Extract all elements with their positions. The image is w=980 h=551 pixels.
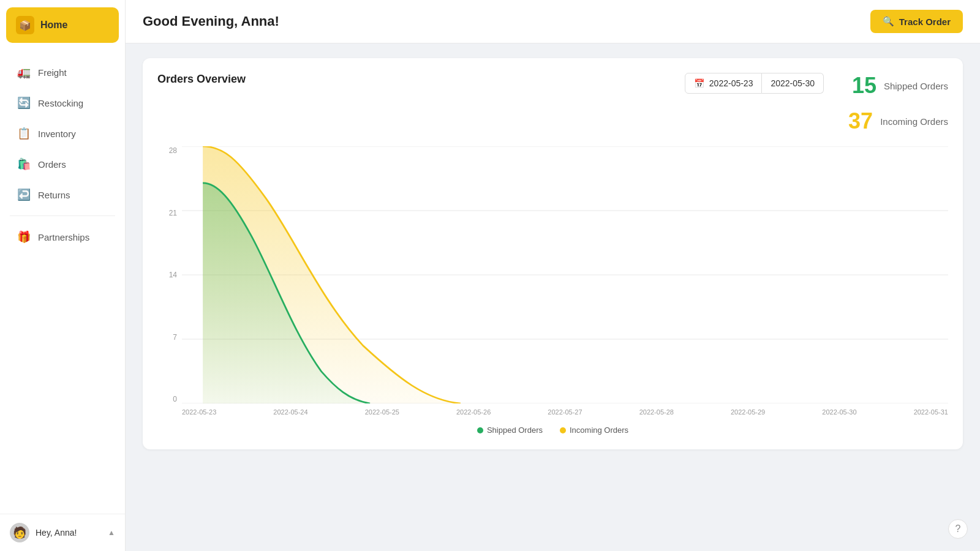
shipped-count: 15 [852,73,876,99]
orders-overview-card: Orders Overview 📅 2022-05-23 2022-05-30 … [143,58,963,449]
date-from: 2022-05-23 [709,78,753,88]
shipped-stat-row: 15 Shipped Orders [852,73,948,99]
content-area: Orders Overview 📅 2022-05-23 2022-05-30 … [126,43,980,551]
incoming-label: Incoming Orders [880,116,948,127]
user-profile[interactable]: 🧑 Hey, Anna! ▲ [0,514,125,551]
y-label-28: 28 [169,146,177,155]
main-nav: 🚛 Freight 🔄 Restocking 📋 Inventory 🛍️ Or… [0,50,125,514]
y-axis: 28 21 14 7 0 [157,146,182,403]
x-label-1: 2022-05-24 [273,408,307,416]
x-label-3: 2022-05-26 [456,408,491,416]
topbar: Good Evening, Anna! 🔍 Track Order [126,0,980,43]
inventory-label: Inventory [38,129,76,139]
sidebar-item-inventory[interactable]: 📋 Inventory [5,119,120,148]
chart-legend: Shipped Orders Incoming Orders [157,425,948,435]
chart-svg [182,146,948,403]
shipped-label: Shipped Orders [884,81,948,91]
x-axis: 2022-05-23 2022-05-24 2022-05-25 2022-05… [157,408,948,416]
sidebar-item-partnerships[interactable]: 🎁 Partnerships [5,222,120,252]
chart-area: 28 21 14 7 0 [157,146,948,403]
y-label-7: 7 [173,333,177,342]
freight-icon: 🚛 [17,66,31,79]
x-label-2: 2022-05-25 [365,408,399,416]
freight-label: Freight [38,67,67,78]
x-label-7: 2022-05-30 [822,408,856,416]
date-to[interactable]: 2022-05-30 [762,73,824,94]
sidebar-item-restocking[interactable]: 🔄 Restocking [5,88,120,118]
date-range-controls: 📅 2022-05-23 2022-05-30 [685,73,824,94]
x-label-4: 2022-05-27 [548,408,582,416]
track-order-label: Track Order [899,17,951,27]
main-content: Good Evening, Anna! 🔍 Track Order Orders… [126,0,980,551]
x-label-6: 2022-05-29 [731,408,765,416]
y-label-14: 14 [169,271,177,279]
home-nav-item[interactable]: 📦 Home [6,7,119,43]
shipped-legend-label: Shipped Orders [487,425,543,435]
chevron-up-icon: ▲ [108,528,115,537]
legend-incoming: Incoming Orders [560,425,628,435]
orders-icon: 🛍️ [17,157,31,171]
user-name: Hey, Anna! [36,528,102,538]
calendar-icon: 📅 [694,78,704,88]
incoming-count: 37 [848,108,873,134]
home-label: Home [40,20,67,31]
chart-stats: 15 Shipped Orders 37 Incoming Orders [848,73,948,134]
help-button[interactable]: ? [948,519,968,539]
sidebar-item-returns[interactable]: ↩️ Returns [5,180,120,209]
sidebar-item-orders[interactable]: 🛍️ Orders [5,149,120,179]
chart-body: 28 21 14 7 0 [157,146,948,435]
y-label-0: 0 [173,395,177,403]
orders-label: Orders [38,159,66,170]
chart-title: Orders Overview [157,73,246,86]
restocking-icon: 🔄 [17,96,31,110]
y-label-21: 21 [169,209,177,217]
nav-divider [10,216,115,216]
search-icon: 🔍 [883,16,894,27]
partnerships-label: Partnerships [38,232,89,242]
page-title: Good Evening, Anna! [143,13,279,29]
x-label-0: 2022-05-23 [182,408,216,416]
logo-icon: 📦 [16,16,34,34]
sidebar-item-freight[interactable]: 🚛 Freight [5,58,120,87]
shipped-legend-dot [477,427,483,433]
returns-icon: ↩️ [17,188,31,201]
partnerships-icon: 🎁 [17,230,31,244]
returns-label: Returns [38,190,70,200]
x-label-5: 2022-05-28 [639,408,674,416]
incoming-legend-dot [560,427,566,433]
incoming-stat-row: 37 Incoming Orders [848,108,948,134]
help-icon: ? [956,523,961,534]
incoming-legend-label: Incoming Orders [570,425,628,435]
sidebar: 📦 Home 🚛 Freight 🔄 Restocking 📋 Inventor… [0,0,126,551]
avatar: 🧑 [10,523,29,542]
date-range-button[interactable]: 📅 2022-05-23 [685,73,763,94]
chart-header: Orders Overview 📅 2022-05-23 2022-05-30 … [157,73,948,134]
track-order-button[interactable]: 🔍 Track Order [870,10,963,33]
restocking-label: Restocking [38,98,83,108]
x-label-8: 2022-05-31 [914,408,948,416]
inventory-icon: 📋 [17,127,31,140]
legend-shipped: Shipped Orders [477,425,543,435]
